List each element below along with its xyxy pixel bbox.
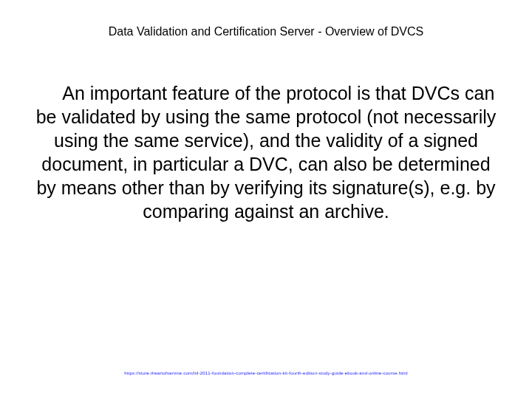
slide-title: Data Validation and Certification Server…	[0, 25, 532, 38]
slide-body: 1 An important feature of the protocol i…	[30, 81, 502, 223]
bullet-row: 1 An important feature of the protocol i…	[30, 81, 502, 223]
bullet-text: An important feature of the protocol is …	[36, 83, 497, 222]
bullet-number: 1	[38, 81, 58, 104]
footer-link[interactable]: https://store.theartofservice.com/itil-2…	[0, 371, 532, 375]
slide: Data Validation and Certification Server…	[0, 0, 532, 399]
